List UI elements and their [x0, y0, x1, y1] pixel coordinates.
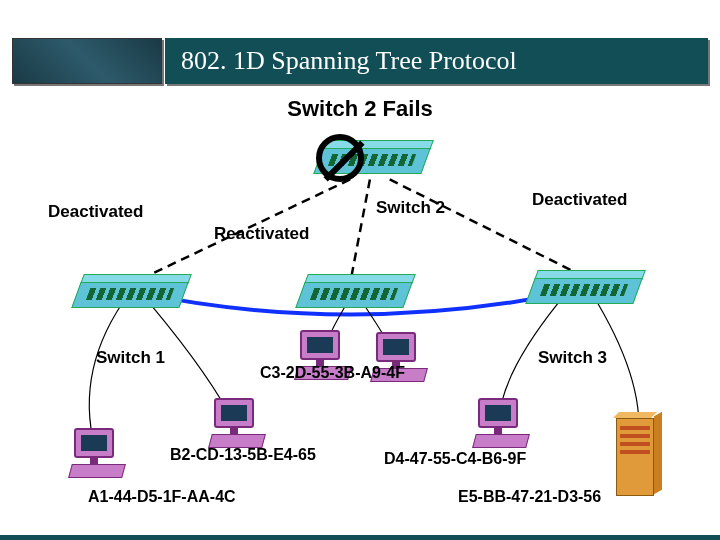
label-switch-3: Switch 3 — [538, 348, 607, 368]
mac-left-inner: B2-CD-13-5B-E4-65 — [170, 446, 316, 464]
prohibit-icon — [316, 134, 364, 182]
network-diagram: Deactivated Deactivated Switch 2 Reactiv… — [0, 120, 720, 536]
slide-subtitle: Switch 2 Fails — [0, 96, 720, 122]
footer-bar — [0, 535, 720, 540]
slide-title: 802. 1D Spanning Tree Protocol — [181, 46, 517, 76]
pc-icon — [70, 428, 124, 480]
device-switch-1 — [76, 282, 184, 308]
device-switch-center — [300, 282, 408, 308]
mac-left-outer: A1-44-D5-1F-AA-4C — [88, 488, 236, 506]
mac-right-outer: E5-BB-47-21-D3-56 — [458, 488, 601, 506]
label-switch-2: Switch 2 — [376, 198, 445, 218]
label-reactivated: Reactivated — [214, 224, 309, 244]
label-switch-1: Switch 1 — [96, 348, 165, 368]
logo-image — [12, 38, 162, 84]
pc-icon — [474, 398, 528, 450]
pc-icon — [210, 398, 264, 450]
device-switch-3 — [530, 278, 638, 304]
server-icon — [616, 418, 654, 496]
mac-center: C3-2D-55-3B-A9-4F — [260, 364, 405, 382]
mac-right-inner: D4-47-55-C4-B6-9F — [384, 450, 526, 468]
slide-title-bar: 802. 1D Spanning Tree Protocol — [165, 38, 708, 84]
label-deactivated-right: Deactivated — [532, 190, 627, 210]
label-deactivated-left: Deactivated — [48, 202, 143, 222]
